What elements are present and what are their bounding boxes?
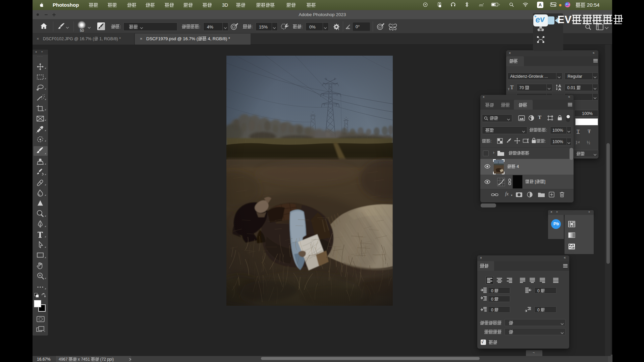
svg-text:T: T (510, 84, 514, 90)
svg-text:T: T (508, 87, 510, 91)
